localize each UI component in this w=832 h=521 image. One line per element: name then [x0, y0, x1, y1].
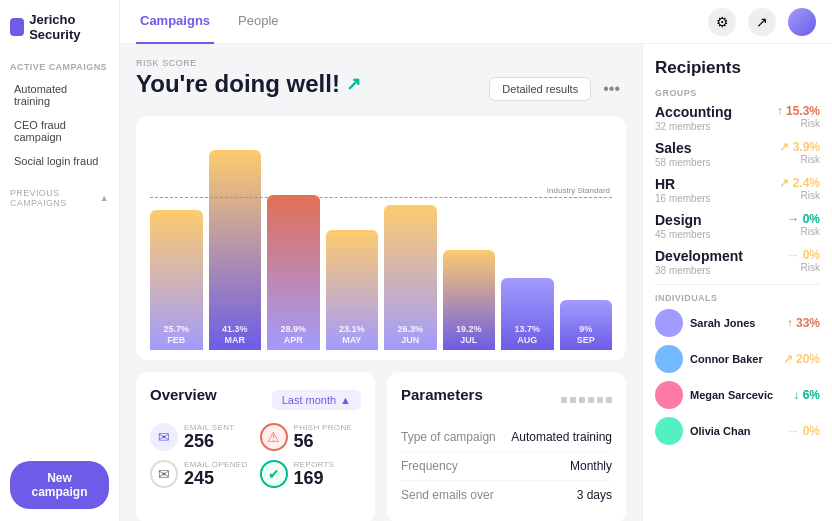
bar-value-feb: 25.7%FEB — [163, 324, 189, 346]
params-title: Parameters — [401, 386, 483, 403]
params-rows: Type of campaignAutomated trainingFreque… — [401, 423, 612, 509]
active-campaigns-label: Active Campaigns — [10, 62, 109, 72]
individual-avatar-3 — [655, 417, 683, 445]
sidebar-item-social-login[interactable]: Social login fraud — [10, 150, 109, 172]
rec-group-accounting: Accounting32 members↑ 15.3%Risk — [655, 104, 820, 132]
individuals-label: Individuals — [655, 293, 820, 303]
group-risk-label-1: Risk — [779, 154, 820, 165]
stat-icon-emails-opened: ✉ — [150, 460, 178, 488]
group-name-2: HR — [655, 176, 711, 192]
stat-phish-prone: ⚠Phish prone56 — [260, 423, 362, 452]
sidebar-item-ceo-fraud[interactable]: CEO fraud campaign — [10, 114, 109, 148]
group-risk-1: ↗ 3.9% — [779, 140, 820, 154]
group-risk-0: ↑ 15.3% — [777, 104, 820, 118]
bar-col-aug: 13.7%AUG — [501, 130, 554, 350]
avatar[interactable] — [788, 8, 816, 36]
group-name-0: Accounting — [655, 104, 732, 120]
group-risk-3: → 0% — [787, 212, 820, 226]
group-members-4: 38 members — [655, 265, 743, 276]
tab-people[interactable]: People — [234, 0, 282, 44]
stat-emails-opened: ✉Email opened245 — [150, 460, 252, 489]
overview-header: Overview Last month ▲ — [150, 386, 361, 413]
individual-name-0: Sarah Jones — [690, 317, 780, 329]
bar-col-sep: 9%SEP — [560, 130, 613, 350]
individual-avatar-1 — [655, 345, 683, 373]
individual-row-2: Megan Sarcevic↓ 6% — [655, 381, 820, 409]
sidebar-item-automated[interactable]: Automated training — [10, 78, 109, 112]
bar-value-apr: 28.9%APR — [280, 324, 306, 346]
recipients-panel: Recipients Groups Accounting32 members↑ … — [642, 44, 832, 521]
bottom-row: Overview Last month ▲ ✉Email sent256⚠Phi… — [136, 372, 626, 521]
chart-title: You're doing well! ↗ — [136, 70, 361, 98]
recipients-title: Recipients — [655, 58, 820, 78]
divider — [655, 284, 820, 285]
bar-value-jul: 19.2%JUL — [456, 324, 482, 346]
group-risk-label-2: Risk — [779, 190, 820, 201]
individual-risk-1: ↗ 20% — [783, 352, 820, 366]
params-icon — [561, 397, 612, 403]
chart-header: You're doing well! ↗ Detailed results ••… — [136, 70, 626, 108]
individual-risk-0: ↑ 33% — [787, 316, 820, 330]
new-campaign-button[interactable]: New campaign — [10, 461, 109, 509]
groups-label: Groups — [655, 88, 820, 98]
tab-campaigns[interactable]: Campaigns — [136, 0, 214, 44]
bar-value-jun: 26.3%JUN — [397, 324, 423, 346]
detailed-results-button[interactable]: Detailed results — [489, 77, 591, 101]
bar-value-mar: 41.3%MAR — [222, 324, 248, 346]
rec-group-sales: Sales58 members↗ 3.9%Risk — [655, 140, 820, 168]
group-members-1: 58 members — [655, 157, 711, 168]
group-risk-label-4: Risk — [787, 262, 820, 273]
params-row-2: Send emails over3 days — [401, 481, 612, 509]
group-risk-label-3: Risk — [787, 226, 820, 237]
overview-title: Overview — [150, 386, 217, 403]
individual-avatar-0 — [655, 309, 683, 337]
chart-panel: Risk Score You're doing well! ↗ Detailed… — [120, 44, 642, 521]
period-button[interactable]: Last month ▲ — [272, 390, 361, 410]
app-logo: Jericho Security — [10, 12, 109, 42]
individual-name-1: Connor Baker — [690, 353, 776, 365]
individual-name-2: Megan Sarcevic — [690, 389, 786, 401]
bar-col-jun: 26.3%JUN — [384, 130, 437, 350]
rec-group-development: Development38 members→ 0%Risk — [655, 248, 820, 276]
stat-icon-phish-prone: ⚠ — [260, 423, 288, 451]
stat-icon-emails-sent: ✉ — [150, 423, 178, 451]
stat-value-reports: 169 — [294, 469, 335, 489]
rec-group-design: Design45 members→ 0%Risk — [655, 212, 820, 240]
bar-col-feb: 25.7%FEB — [150, 130, 203, 350]
stat-icon-reports: ✔ — [260, 460, 288, 488]
group-risk-2: ↗ 2.4% — [779, 176, 820, 190]
stat-reports: ✔Reports169 — [260, 460, 362, 489]
params-key-0: Type of campaign — [401, 430, 496, 444]
group-risk-label-0: Risk — [777, 118, 820, 129]
bar-value-aug: 13.7%AUG — [514, 324, 540, 346]
params-key-2: Send emails over — [401, 488, 494, 502]
stat-emails-sent: ✉Email sent256 — [150, 423, 252, 452]
params-row-1: FrequencyMonthly — [401, 452, 612, 481]
share-icon[interactable]: ↗ — [748, 8, 776, 36]
bar-chart-container: 25.7%FEB41.3%MAR28.9%APR23.1%MAY26.3%JUN… — [136, 116, 626, 360]
risk-score-label: Risk Score — [136, 58, 626, 68]
bar-value-sep: 9%SEP — [577, 324, 595, 346]
content-area: Risk Score You're doing well! ↗ Detailed… — [120, 44, 832, 521]
bar-col-mar: 41.3%MAR — [209, 130, 262, 350]
title-trend-icon: ↗ — [346, 73, 361, 95]
settings-icon[interactable]: ⚙ — [708, 8, 736, 36]
individual-row-1: Connor Baker↗ 20% — [655, 345, 820, 373]
rec-groups: Accounting32 members↑ 15.3%RiskSales58 m… — [655, 104, 820, 276]
overview-card: Overview Last month ▲ ✉Email sent256⚠Phi… — [136, 372, 375, 521]
parameters-card: Parameters Type of campaignAutomated tra… — [387, 372, 626, 521]
sidebar: Jericho Security Active Campaigns Automa… — [0, 0, 120, 521]
group-risk-4: → 0% — [787, 248, 820, 262]
group-members-2: 16 members — [655, 193, 711, 204]
industry-standard-label: Industry Standard — [547, 186, 610, 195]
individual-risk-3: → 0% — [787, 424, 820, 438]
params-key-1: Frequency — [401, 459, 458, 473]
nav-icons: ⚙ ↗ — [708, 8, 816, 36]
group-name-3: Design — [655, 212, 711, 228]
rec-group-hr: HR16 members↗ 2.4%Risk — [655, 176, 820, 204]
previous-campaigns-toggle[interactable]: Previous Campaigns ▲ — [10, 188, 109, 208]
bar-col-may: 23.1%MAY — [326, 130, 379, 350]
stat-value-emails-sent: 256 — [184, 432, 234, 452]
more-options-button[interactable]: ••• — [597, 78, 626, 100]
group-members-3: 45 members — [655, 229, 711, 240]
